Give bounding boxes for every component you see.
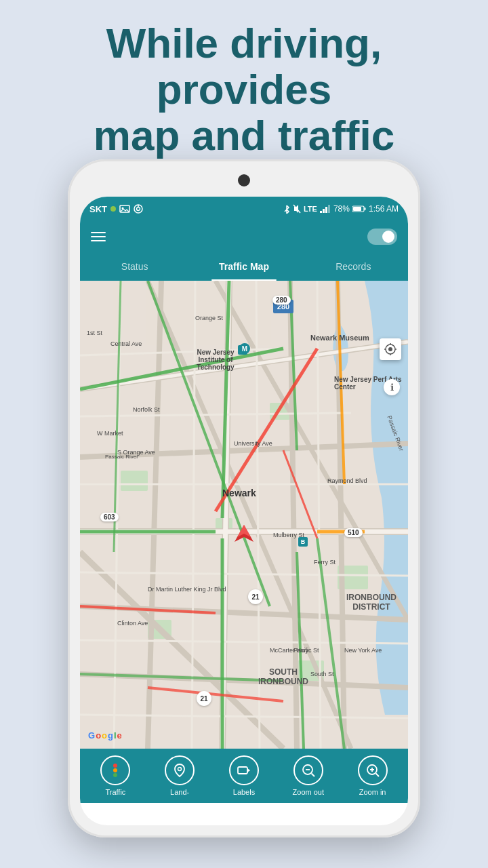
zoom-out-icon-circle (293, 755, 323, 785)
svg-text:M: M (242, 345, 247, 353)
status-right: LTE 78% 1:56 AM (283, 204, 399, 214)
tab-status[interactable]: Status (80, 252, 189, 281)
app-toolbar (80, 221, 408, 252)
tab-bar: Status Traffic Map Records (80, 252, 408, 281)
svg-point-75 (388, 347, 392, 351)
svg-rect-12 (328, 205, 330, 213)
svg-rect-15 (353, 207, 361, 211)
labels-icon-circle (229, 755, 259, 785)
status-left: SKT (89, 204, 143, 214)
map-area[interactable]: 280 B B M 1st St Central Ave Orange St N… (80, 281, 408, 749)
svg-rect-84 (238, 767, 247, 774)
phone-screen: SKT (80, 197, 408, 825)
nav-traffic[interactable]: Traffic (92, 755, 139, 796)
route-21-badge-2: 21 (197, 691, 211, 706)
camera (238, 174, 250, 186)
google-logo: Google (88, 730, 122, 741)
route-510-badge: 510 (344, 528, 363, 537)
svg-rect-11 (325, 207, 327, 213)
tab-records[interactable]: Records (299, 252, 408, 281)
mute-icon (293, 204, 301, 214)
signal-icon (320, 205, 331, 213)
route-280-badge: 280 (272, 296, 291, 304)
media-icon (134, 204, 143, 214)
svg-point-83 (178, 768, 182, 771)
svg-rect-14 (364, 208, 365, 210)
zoom-in-icon (365, 763, 380, 778)
nav-landmark-label: Land- (170, 788, 189, 796)
zoom-out-icon (301, 763, 316, 778)
map-svg: 280 B B M (80, 281, 408, 749)
nav-zoom-out-label: Zoom out (293, 788, 324, 796)
nav-traffic-label: Traffic (105, 788, 125, 796)
phone-mockup: SKT (68, 159, 420, 837)
zoom-in-icon-circle (358, 755, 388, 785)
nav-zoom-in[interactable]: Zoom in (349, 755, 396, 796)
image-icon (119, 204, 130, 214)
route-21-badge-1: 21 (248, 589, 263, 604)
svg-point-80 (113, 764, 117, 768)
labels-icon (237, 763, 251, 778)
traffic-icon (108, 763, 123, 778)
menu-button[interactable] (91, 232, 106, 241)
status-dot (110, 206, 116, 212)
svg-rect-17 (121, 471, 148, 491)
time-display: 1:56 AM (369, 204, 399, 214)
nav-labels-label: Labels (233, 788, 255, 796)
bluetooth-icon (283, 204, 290, 214)
nav-landmark[interactable]: Land- (156, 755, 203, 796)
location-button[interactable] (380, 338, 401, 360)
location-icon (384, 343, 396, 355)
status-bar: SKT (80, 197, 408, 221)
headline-line1: While driving, provides (20, 20, 468, 113)
info-button[interactable]: ℹ (384, 379, 400, 395)
svg-point-3 (137, 208, 140, 211)
svg-rect-10 (323, 209, 325, 213)
battery-pct: 78% (333, 204, 350, 214)
battery-icon (352, 205, 366, 213)
svg-line-87 (311, 774, 314, 777)
route-603-badge: 603 (100, 513, 119, 521)
toggle-knob (382, 231, 394, 243)
tab-traffic-map[interactable]: Traffic Map (189, 252, 298, 281)
svg-rect-9 (320, 211, 322, 213)
svg-line-90 (375, 774, 379, 777)
toggle-switch[interactable] (367, 229, 397, 245)
nav-zoom-in-label: Zoom in (359, 788, 386, 796)
nav-zoom-out[interactable]: Zoom out (285, 755, 332, 796)
nav-labels[interactable]: Labels (220, 755, 268, 796)
bottom-nav: Traffic Land- (80, 749, 408, 803)
svg-text:B: B (301, 538, 306, 545)
svg-point-82 (113, 773, 117, 777)
landmark-icon (172, 763, 187, 778)
traffic-icon-circle (100, 755, 130, 785)
svg-marker-85 (247, 768, 250, 772)
network-type: LTE (304, 205, 317, 213)
landmark-icon-circle (165, 755, 195, 785)
svg-point-81 (113, 768, 117, 772)
carrier-label: SKT (89, 204, 107, 214)
